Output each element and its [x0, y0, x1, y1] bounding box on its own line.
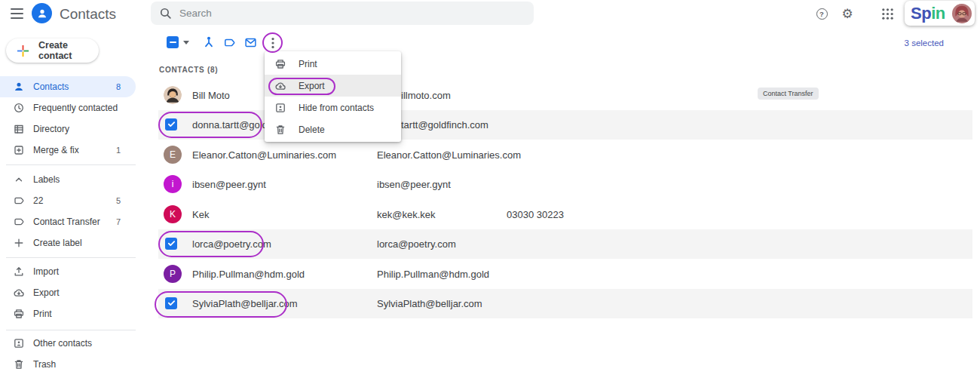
row-checkbox-checked[interactable]: [165, 297, 177, 309]
sidebar-item-create-label[interactable]: Create label: [0, 232, 136, 253]
import-icon: [13, 266, 25, 278]
sidebar-item-trash[interactable]: Trash: [0, 354, 136, 375]
apps-grid-icon[interactable]: [880, 6, 895, 21]
sidebar-item-label: Contacts: [33, 81, 116, 92]
settings-gear-icon[interactable]: ⚙: [840, 6, 855, 21]
selection-caret-icon[interactable]: [183, 41, 189, 45]
contact-name: Bill Moto: [192, 90, 230, 101]
contact-row-sylviaplath-belljar-com[interactable]: SylviaPlath@belljar.comSylviaPlath@bellj…: [158, 289, 972, 319]
sidebar-item-label: Directory: [33, 124, 136, 134]
email-icon[interactable]: [244, 36, 257, 49]
sidebar-item-count: 8: [116, 82, 121, 91]
menu-item-label: Hide from contacts: [299, 103, 374, 113]
search-bar[interactable]: [151, 2, 534, 25]
help-icon[interactable]: ?: [814, 6, 829, 21]
clock-icon: [13, 102, 25, 114]
sidebar-item-import[interactable]: Import: [0, 261, 136, 282]
sidebar-item-count: 5: [116, 196, 121, 205]
contact-row-ibsen-peer-gynt[interactable]: iibsen@peer.gyntibsen@peer.gynt: [158, 170, 972, 200]
hamburger-menu-icon[interactable]: [9, 8, 26, 20]
spin-logo: Spin: [911, 4, 952, 23]
more-options-icon[interactable]: [267, 36, 279, 50]
sidebar-label-22[interactable]: 225: [0, 190, 136, 211]
label-icon: [13, 195, 25, 207]
menu-item-export[interactable]: Export: [265, 75, 401, 97]
spin-extension-badge[interactable]: Spin: [905, 1, 975, 26]
create-contact-label: Create contact: [38, 40, 99, 61]
plus-icon: [13, 237, 25, 249]
contact-row-kek[interactable]: KKekkek@kek.kek03030 30223: [158, 199, 972, 229]
contact-name: lorca@poetry.com: [192, 238, 271, 250]
sidebar-item-label: Create label: [33, 238, 136, 248]
sidebar-item-frequently-contacted[interactable]: Frequently contacted: [0, 97, 136, 118]
contact-name: Philip.Pullman@hdm.gold: [192, 269, 305, 280]
contact-email: tartt@goldfinch.com: [401, 119, 488, 131]
merge-fix-icon: [13, 144, 25, 156]
contact-row-philip-pullman-hdm-gold[interactable]: PPhilip.Pullman@hdm.goldPhilip.Pullman@h…: [158, 259, 972, 289]
contact-name: Eleanor.Catton@Luminaries.com: [192, 149, 336, 161]
sidebar-item-count: 1: [116, 146, 121, 155]
sidebar-item-label: Other contacts: [33, 338, 136, 349]
sidebar-item-other-contacts[interactable]: Other contacts: [0, 333, 136, 354]
page-title: Contacts: [60, 6, 116, 23]
person-icon: [13, 81, 25, 93]
export-cloud-icon: [274, 80, 286, 92]
label-icon[interactable]: [223, 36, 236, 49]
trash-icon: [13, 358, 25, 370]
sidebar-item-label: 22: [33, 195, 116, 206]
menu-item-label: Export: [299, 81, 325, 91]
sidebar-item-label: Trash: [33, 359, 136, 370]
menu-item-hide-from-contacts[interactable]: Hide from contacts: [265, 97, 401, 118]
sidebar-labels-header[interactable]: Labels: [0, 169, 136, 190]
contact-email: Eleanor.Catton@Luminaries.com: [377, 149, 521, 161]
contacts-logo-icon[interactable]: [32, 3, 52, 23]
search-input[interactable]: [179, 2, 526, 25]
contact-email: SylviaPlath@belljar.com: [377, 298, 482, 309]
contact-email: ibsen@peer.gynt: [377, 179, 451, 190]
contact-initial-avatar: E: [164, 146, 182, 164]
label-icon: [13, 216, 25, 228]
sidebar-item-export[interactable]: Export: [0, 282, 136, 303]
sidebar-item-directory[interactable]: Directory: [0, 118, 136, 140]
contact-label-badge[interactable]: Contact Transfer: [758, 88, 819, 100]
menu-item-delete[interactable]: Delete: [265, 118, 401, 140]
contact-email: Philip.Pullman@hdm.gold: [377, 269, 489, 280]
directory-icon: [13, 123, 25, 135]
select-all-checkbox[interactable]: [167, 36, 179, 48]
contact-initial-avatar: P: [164, 265, 182, 283]
contact-photo-avatar: [164, 86, 182, 104]
row-checkbox-checked[interactable]: [165, 238, 177, 250]
create-contact-button[interactable]: Create contact: [6, 38, 99, 63]
printer-icon: [274, 58, 286, 70]
menu-item-label: Print: [299, 59, 317, 69]
sidebar: Create contact Contacts8Frequently conta…: [0, 30, 151, 381]
contact-name: SylviaPlath@belljar.com: [192, 298, 298, 309]
trash-icon: [274, 124, 286, 136]
app-header: Contacts ? ⚙ Spin: [0, 0, 980, 30]
contact-email: kek@kek.kek: [377, 209, 436, 220]
menu-item-label: Delete: [299, 124, 325, 135]
sidebar-divider: [6, 330, 136, 330]
contact-initial-avatar: K: [164, 205, 182, 223]
sidebar-item-contacts[interactable]: Contacts8: [0, 76, 136, 97]
merge-icon[interactable]: [202, 35, 216, 49]
hide-contacts-icon: [274, 102, 286, 114]
chevron-up-icon: [13, 174, 25, 186]
menu-item-print[interactable]: Print: [265, 53, 401, 75]
contact-row-eleanor-catton-luminaries-com[interactable]: EEleanor.Catton@Luminaries.comEleanor.Ca…: [158, 140, 972, 170]
contacts-section-header: CONTACTS (8): [159, 66, 218, 74]
sidebar-item-label: Labels: [33, 174, 136, 185]
sidebar-label-contact-transfer[interactable]: Contact Transfer7: [0, 211, 136, 232]
sidebar-item-merge-fix[interactable]: Merge & fix1: [0, 140, 136, 161]
profile-avatar[interactable]: [952, 4, 972, 23]
contact-initial-avatar: i: [164, 175, 182, 193]
sidebar-item-print[interactable]: Print: [0, 303, 136, 324]
search-icon: [159, 7, 172, 20]
sidebar-divider: [6, 164, 136, 165]
sidebar-divider: [6, 257, 136, 258]
more-options-menu: PrintExportHide from contactsDelete: [265, 51, 401, 142]
google-contacts-app: Contacts ? ⚙ Spin Create contact Contact…: [0, 0, 980, 381]
row-checkbox-checked[interactable]: [165, 118, 177, 131]
other-contacts-icon: [13, 337, 25, 349]
contact-row-lorca-poetry-com[interactable]: lorca@poetry.comlorca@poetry.com: [158, 229, 972, 260]
